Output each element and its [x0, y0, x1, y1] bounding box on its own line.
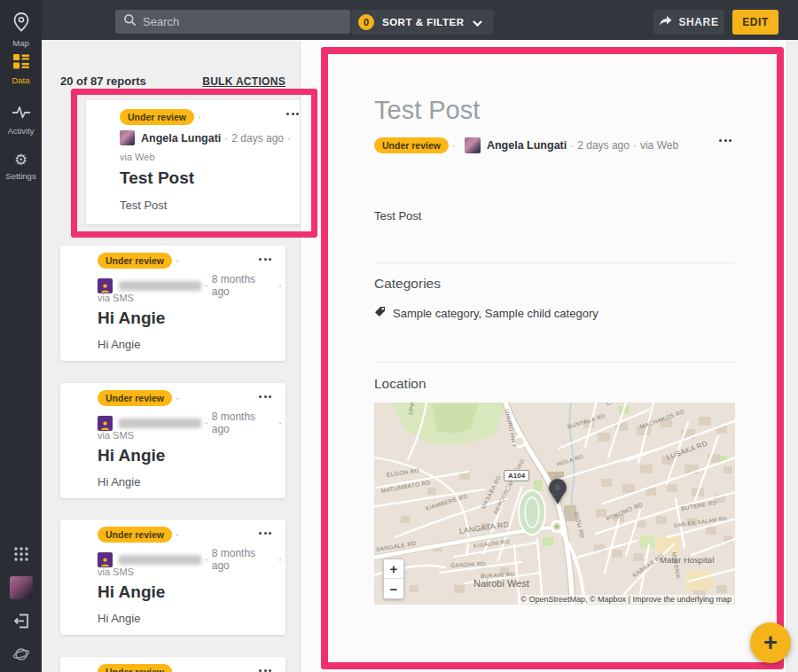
filter-count-badge: 0	[358, 14, 374, 30]
sidebar-item-settings[interactable]: ⚙ Settings	[0, 152, 42, 181]
map-attribution[interactable]: © OpenStreetMap, © Mapbox | Improve the …	[518, 595, 734, 604]
post-time: 8 months ago	[212, 410, 275, 435]
zoom-out-button[interactable]: −	[384, 579, 403, 598]
sidebar-item-activity[interactable]: Activity	[0, 105, 42, 136]
redacted-author-name	[119, 281, 201, 291]
sidebar-item-label: Activity	[7, 126, 34, 136]
separator-dot: ·	[278, 417, 282, 429]
sidebar-item-label: Data	[12, 75, 29, 85]
search-icon	[123, 13, 137, 30]
report-card[interactable]: Under review ·	[60, 657, 286, 672]
separator-dot: ·	[205, 417, 208, 429]
more-options-icon[interactable]	[259, 395, 271, 398]
post-title[interactable]: Hi Angie	[98, 582, 165, 602]
deployment-logo-button[interactable]	[0, 645, 42, 667]
sort-filter-button[interactable]: 0 SORT & FILTER	[351, 10, 494, 35]
map-zoom-control: + −	[383, 559, 404, 599]
separator-dot: ·	[452, 139, 456, 152]
separator-dot: ·	[176, 392, 179, 404]
apps-grid-button[interactable]	[0, 546, 42, 566]
reports-list-panel: 20 of 87 reports BULK ACTIONS Under revi…	[42, 40, 300, 672]
logout-button[interactable]	[0, 613, 42, 632]
apps-grid-icon	[13, 546, 29, 566]
post-detail-title: Test Post	[374, 96, 480, 125]
data-grid-icon	[13, 54, 29, 73]
location-pin-icon	[546, 477, 569, 509]
separator-dot: ·	[205, 553, 208, 566]
report-card[interactable]: Under review · · 8 months ago · via SMS …	[60, 520, 286, 635]
separator-dot: ·	[278, 279, 282, 292]
status-badge: Under review	[98, 664, 172, 672]
more-options-icon[interactable]	[719, 139, 732, 142]
topbar: 0 SORT & FILTER SHARE EDIT	[42, 0, 798, 40]
separator-dot: ·	[198, 111, 201, 123]
edit-label: EDIT	[742, 16, 769, 28]
post-time: 2 days ago	[577, 139, 630, 152]
plus-icon: +	[763, 629, 778, 657]
separator-dot: ·	[176, 254, 179, 267]
post-title[interactable]: Hi Angie	[98, 309, 165, 328]
location-map[interactable]: UPPER HILL RDUHURU HWYBUNYALA RDCOMMERCI…	[374, 402, 735, 605]
sms-contact-icon	[98, 416, 113, 431]
add-post-fab[interactable]: +	[750, 622, 791, 663]
detail-scrollbar[interactable]	[786, 40, 798, 672]
status-badge: Under review	[98, 527, 172, 543]
sidebar-item-data[interactable]: Data	[0, 54, 42, 85]
separator-dot: ·	[278, 553, 282, 566]
map-place-label: Nairobi West	[473, 578, 529, 589]
location-heading: Location	[374, 376, 426, 392]
sidebar-item-label: Map	[12, 38, 28, 48]
post-detail-panel: Test Post Under review · Angela Lungati …	[300, 40, 798, 672]
search-input[interactable]	[143, 15, 342, 28]
share-arrow-icon	[659, 15, 672, 29]
search-box	[115, 10, 350, 34]
sidebar-item-map[interactable]: Map	[0, 12, 42, 48]
map-pin-icon	[13, 12, 29, 35]
report-card[interactable]: Under review · · 8 months ago · via SMS …	[60, 383, 286, 498]
activity-pulse-icon	[12, 105, 30, 123]
logout-icon	[13, 613, 29, 632]
separator-dot: ·	[570, 139, 574, 152]
edit-button[interactable]: EDIT	[732, 10, 778, 35]
post-time: 2 days ago	[231, 132, 284, 145]
map-place-label: Mater Hospital	[660, 555, 714, 565]
more-options-icon[interactable]	[259, 258, 271, 261]
categories-row: Sample category, Sample child category	[374, 306, 598, 320]
redacted-author-name	[119, 418, 201, 428]
separator-dot: ·	[176, 666, 179, 672]
report-card[interactable]: Under review · · 8 months ago · via SMS …	[60, 246, 286, 361]
post-source: via Web	[640, 139, 678, 152]
bulk-actions-link[interactable]: BULK ACTIONS	[202, 75, 286, 88]
sms-contact-icon	[98, 552, 113, 567]
post-excerpt: Hi Angie	[98, 338, 140, 351]
gear-icon: ⚙	[14, 152, 27, 168]
avatar	[10, 576, 33, 599]
user-profile-button[interactable]	[0, 576, 42, 599]
avatar	[465, 137, 481, 153]
sidebar: Map Data Activity ⚙ Settings	[0, 0, 42, 672]
separator-dot: ·	[633, 139, 637, 152]
separator-dot: ·	[224, 132, 228, 145]
avatar	[120, 130, 135, 145]
reports-count: 20 of 87 reports	[60, 74, 146, 88]
share-button[interactable]: SHARE	[653, 10, 724, 35]
separator-dot: ·	[176, 528, 179, 541]
report-card[interactable]: Under review · Angela Lungati · 2 days a…	[86, 100, 300, 224]
more-options-icon[interactable]	[259, 532, 271, 535]
post-source: via SMS	[98, 293, 134, 303]
tag-icon	[374, 306, 386, 320]
post-source: via Web	[120, 152, 155, 162]
post-source: via SMS	[98, 430, 134, 441]
post-title[interactable]: Hi Angie	[98, 446, 165, 465]
post-detail-meta: Under review · Angela Lungati · 2 days a…	[374, 137, 678, 153]
post-title[interactable]: Test Post	[120, 168, 194, 188]
post-excerpt: Hi Angie	[98, 475, 140, 488]
sidebar-item-label: Settings	[5, 171, 35, 181]
author-name: Angela Lungati	[487, 139, 567, 152]
separator-dot: ·	[287, 132, 291, 145]
post-body-text: Test Post	[374, 209, 421, 223]
status-badge: Under review	[98, 390, 172, 406]
more-options-icon[interactable]	[286, 113, 299, 115]
status-badge: Under review	[98, 253, 172, 269]
zoom-in-button[interactable]: +	[384, 559, 403, 579]
